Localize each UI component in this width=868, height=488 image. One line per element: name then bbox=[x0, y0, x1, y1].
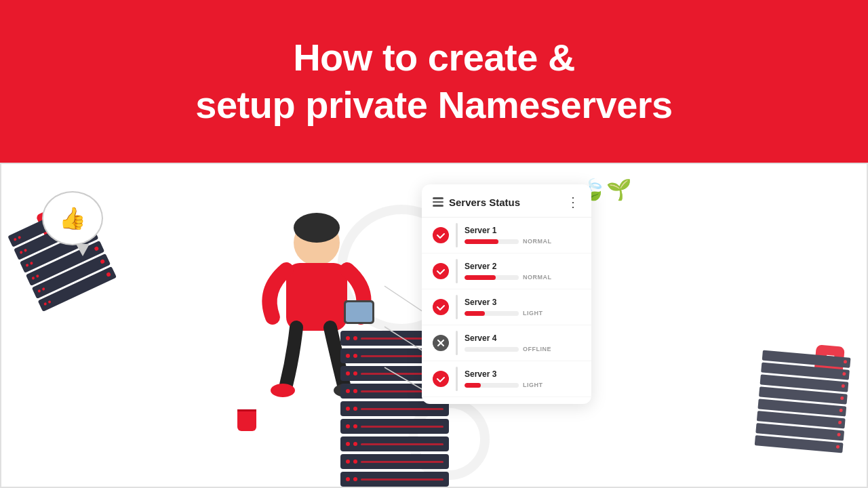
more-options-icon[interactable]: ⋮ bbox=[566, 194, 580, 210]
card-header-left: Servers Status bbox=[433, 197, 520, 208]
server-row: Server 3 LIGHT bbox=[422, 361, 591, 397]
svg-rect-7 bbox=[346, 302, 372, 322]
check-icon bbox=[433, 263, 449, 279]
row-divider bbox=[456, 331, 458, 355]
bar-row: LIGHT bbox=[465, 310, 580, 317]
server-info: Server 3 LIGHT bbox=[465, 369, 580, 388]
speech-bubble: 👍 bbox=[42, 191, 103, 245]
main-content: 🖥 👍 bbox=[0, 163, 868, 488]
offline-icon bbox=[433, 335, 449, 351]
status-label: OFFLINE bbox=[523, 346, 551, 352]
progress-bar-fill bbox=[465, 275, 496, 280]
server-row: Server 1 NORMAL bbox=[422, 218, 591, 253]
progress-bar-fill bbox=[465, 239, 498, 244]
server-icon-right: 🖥 bbox=[755, 329, 853, 453]
row-divider bbox=[456, 367, 458, 391]
card-header: Servers Status ⋮ bbox=[422, 194, 591, 218]
server-info: Server 3 LIGHT bbox=[465, 298, 580, 317]
progress-bar-fill bbox=[465, 383, 481, 388]
svg-point-4 bbox=[294, 213, 340, 243]
hamburger-icon[interactable] bbox=[433, 197, 443, 207]
server-info: Server 4 OFFLINE bbox=[465, 333, 580, 352]
progress-bar-bg bbox=[465, 275, 519, 280]
bar-row: OFFLINE bbox=[465, 346, 580, 352]
thumbs-up-icon: 👍 bbox=[59, 205, 86, 231]
progress-bar-bg bbox=[465, 383, 519, 388]
row-divider bbox=[456, 295, 458, 319]
coffee-cup bbox=[237, 409, 256, 431]
card-title: Servers Status bbox=[449, 197, 520, 208]
status-label: LIGHT bbox=[523, 382, 543, 388]
row-divider bbox=[456, 223, 458, 247]
server-info: Server 1 NORMAL bbox=[465, 226, 580, 245]
bar-row: LIGHT bbox=[465, 382, 580, 388]
server-name: Server 4 bbox=[465, 333, 580, 343]
progress-bar-bg bbox=[465, 239, 519, 244]
svg-point-8 bbox=[271, 384, 295, 397]
progress-bar-bg bbox=[465, 347, 519, 352]
server-name: Server 3 bbox=[465, 369, 580, 379]
server-row: Server 4 OFFLINE bbox=[422, 325, 591, 361]
check-icon bbox=[433, 371, 449, 387]
check-icon bbox=[433, 227, 449, 243]
server-name: Server 1 bbox=[465, 226, 580, 235]
bar-row: NORMAL bbox=[465, 238, 580, 245]
header-title: How to create & setup private Nameserver… bbox=[195, 34, 672, 129]
server-rows-container: Server 1 NORMAL Server 2 bbox=[422, 218, 591, 397]
status-label: NORMAL bbox=[523, 274, 552, 281]
header-banner: How to create & setup private Nameserver… bbox=[0, 0, 868, 163]
server-row: Server 2 NORMAL bbox=[422, 253, 591, 289]
bar-row: NORMAL bbox=[465, 274, 580, 281]
status-label: LIGHT bbox=[523, 310, 543, 317]
server-name: Server 3 bbox=[465, 298, 580, 307]
svg-rect-5 bbox=[286, 263, 347, 331]
server-row: Server 3 LIGHT bbox=[422, 289, 591, 325]
progress-bar-fill bbox=[465, 311, 485, 316]
status-label: NORMAL bbox=[523, 238, 552, 245]
progress-bar-bg bbox=[465, 311, 519, 316]
server-info: Server 2 NORMAL bbox=[465, 262, 580, 281]
check-icon bbox=[433, 299, 449, 315]
servers-status-card: Servers Status ⋮ Server 1 bbox=[422, 184, 591, 404]
server-name: Server 2 bbox=[465, 262, 580, 271]
row-divider bbox=[456, 259, 458, 283]
